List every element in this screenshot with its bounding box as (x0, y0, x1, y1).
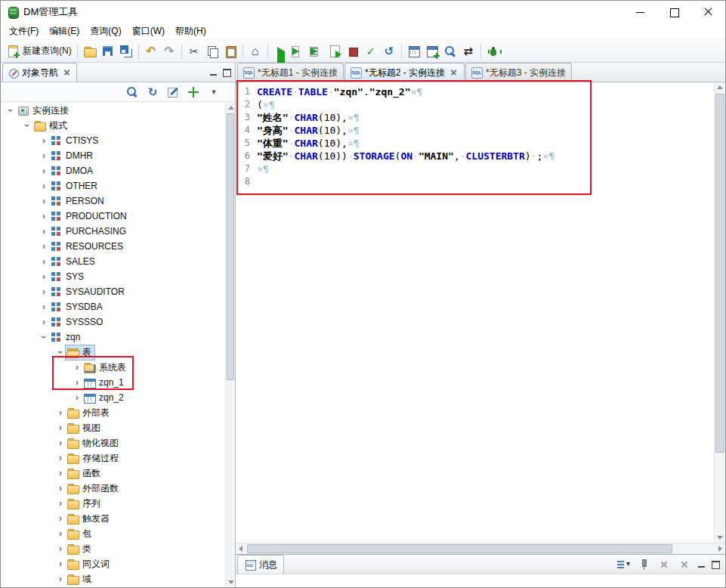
tree-item-views[interactable]: 视图 (1, 420, 225, 435)
code-line[interactable]: 2(¤¶ (236, 98, 714, 111)
editor-vertical-scrollbar[interactable] (714, 82, 725, 543)
expand-arrow-icon[interactable] (55, 481, 66, 496)
tree-item-stored-procedures[interactable]: 存储过程 (1, 450, 225, 466)
tree-item-synonyms[interactable]: 同义词 (1, 556, 225, 571)
tree-item-schema-other[interactable]: OTHER (1, 178, 225, 193)
expand-all-button[interactable] (184, 83, 202, 101)
execute-to-file-button[interactable] (326, 42, 344, 60)
scrollbar-thumb[interactable] (715, 94, 724, 453)
expand-arrow-icon[interactable] (39, 299, 49, 314)
tree-item-table-zqn-1[interactable]: zqn_1 (1, 375, 225, 390)
cut-button[interactable] (185, 42, 203, 60)
expand-arrow-icon[interactable] (39, 284, 49, 299)
expand-arrow-icon[interactable] (55, 586, 66, 587)
expand-arrow-icon[interactable] (55, 420, 66, 435)
expand-arrow-icon[interactable] (55, 450, 66, 466)
pin-console-button[interactable] (635, 556, 653, 574)
paste-button[interactable] (221, 42, 239, 60)
tree-item-schema-dmhr[interactable]: DMHR (1, 148, 225, 163)
tree-item-schema-zqn[interactable]: zqn (1, 330, 225, 345)
tree-item-functions[interactable]: 函数 (1, 466, 225, 481)
tree-item-external-functions[interactable]: 外部函数 (1, 481, 225, 496)
view-menu-button[interactable] (205, 83, 223, 101)
scroll-up-icon[interactable] (717, 85, 723, 89)
tree-item-schema-production[interactable]: PRODUCTION (1, 209, 225, 224)
tree-item-triggers[interactable]: 触发器 (1, 511, 225, 526)
tree-item-schema-purchasing[interactable]: PURCHASING (1, 224, 225, 239)
expand-arrow-icon[interactable] (39, 254, 49, 269)
rollback-button[interactable] (380, 42, 398, 60)
close-tab-icon[interactable] (450, 68, 459, 77)
expand-arrow-icon[interactable] (72, 375, 82, 390)
close-view-icon[interactable] (63, 68, 72, 77)
menu-help[interactable]: 帮助(H) (170, 23, 212, 39)
home-button[interactable] (246, 42, 264, 60)
expand-arrow-icon[interactable] (55, 435, 66, 450)
collapse-arrow-icon[interactable] (5, 103, 16, 118)
menu-window[interactable]: 窗口(W) (127, 23, 170, 39)
editor-horizontal-scrollbar[interactable] (236, 543, 725, 554)
scrollbar-thumb[interactable] (247, 544, 672, 553)
expand-arrow-icon[interactable] (72, 360, 82, 375)
redo-button[interactable] (160, 42, 178, 60)
editor-tab[interactable]: SQL*无标题2 - 实例连接 (344, 63, 465, 82)
code-line[interactable]: 1CREATE·TABLE·"zqn"."zqn_2"¤¶ (236, 85, 714, 98)
tree-item-system-tables[interactable]: 系统表 (1, 360, 225, 375)
code-line[interactable]: 4"身高"·CHAR(10),¤¶ (236, 124, 714, 137)
collapse-arrow-icon[interactable] (39, 330, 49, 345)
tree-item-sequences[interactable]: 序列 (1, 496, 225, 511)
expand-arrow-icon[interactable] (55, 496, 66, 511)
stop-button[interactable] (344, 42, 362, 60)
tree-item-schema-person[interactable]: PERSON (1, 193, 225, 209)
tab-object-navigation[interactable]: 对象导航 (2, 63, 77, 82)
schedule-add-button[interactable] (423, 42, 441, 60)
close-button[interactable] (691, 1, 725, 23)
undo-button[interactable] (142, 42, 160, 60)
tab-messages[interactable]: 消息 (237, 555, 284, 574)
tree-item-domains[interactable]: 域 (1, 571, 225, 586)
scroll-up-icon[interactable] (228, 106, 234, 110)
expand-arrow-icon[interactable] (39, 239, 49, 254)
tree-item-schema-ctisys[interactable]: CTISYS (1, 133, 225, 148)
menu-query[interactable]: 查询(Q) (85, 23, 126, 39)
tree-item-schemas[interactable]: 模式 (1, 118, 225, 133)
sql-editor[interactable]: 1CREATE·TABLE·"zqn"."zqn_2"¤¶2(¤¶3"姓名"·C… (236, 82, 725, 543)
execute-script-button[interactable] (289, 42, 307, 60)
editor-tab[interactable]: SQL*无标题3 - 实例连接 (465, 63, 572, 82)
tree-item-schema-sales[interactable]: SALES (1, 254, 225, 269)
collapse-arrow-icon[interactable] (55, 345, 66, 360)
minimize-panel-icon[interactable] (696, 559, 707, 570)
save-button[interactable] (99, 42, 117, 60)
close-console-button[interactable] (675, 556, 694, 574)
scroll-left-icon[interactable] (239, 546, 243, 552)
code-line[interactable]: 7¤¶ (236, 162, 714, 175)
minimize-button[interactable] (623, 1, 657, 23)
expand-arrow-icon[interactable] (39, 178, 49, 193)
sql-analyze-button[interactable] (441, 42, 459, 60)
tree-item-schema-sysauditor[interactable]: SYSAUDITOR (1, 284, 225, 299)
editor-tab[interactable]: SQL*无标题1 - 实例连接 (237, 63, 344, 82)
tree-scrollbar[interactable] (225, 103, 235, 587)
menu-file[interactable]: 文件(F) (4, 23, 44, 39)
tree-item-schema-sys[interactable]: SYS (1, 269, 225, 284)
tree-item-external-tables[interactable]: 外部表 (1, 405, 225, 420)
tree-item-schema-syssso[interactable]: SYSSSO (1, 314, 225, 330)
tree-item-packages[interactable]: 包 (1, 526, 225, 541)
edit-filter-button[interactable] (164, 83, 182, 101)
tree-item-classes[interactable]: 类 (1, 541, 225, 556)
execute-button[interactable] (271, 42, 289, 60)
collapse-arrow-icon[interactable] (22, 118, 32, 133)
maximize-button[interactable] (657, 1, 691, 23)
clear-console-button[interactable] (655, 556, 673, 574)
console-view-menu-button[interactable] (614, 556, 632, 574)
minimize-panel-icon[interactable] (208, 67, 219, 78)
code-line[interactable]: 8 (236, 175, 714, 188)
tree-item-schema-resources[interactable]: RESOURCES (1, 239, 225, 254)
tree-item-tables[interactable]: 表 (1, 345, 225, 360)
scroll-down-icon[interactable] (717, 536, 723, 540)
tree-item-instance-connection[interactable]: 实例连接 (1, 103, 225, 118)
code-line[interactable]: 3"姓名"·CHAR(10),¤¶ (236, 111, 714, 124)
schedule-button[interactable] (405, 42, 423, 60)
expand-arrow-icon[interactable] (39, 314, 49, 330)
code-line[interactable]: 5"体重"·CHAR(10),¤¶ (236, 137, 714, 150)
